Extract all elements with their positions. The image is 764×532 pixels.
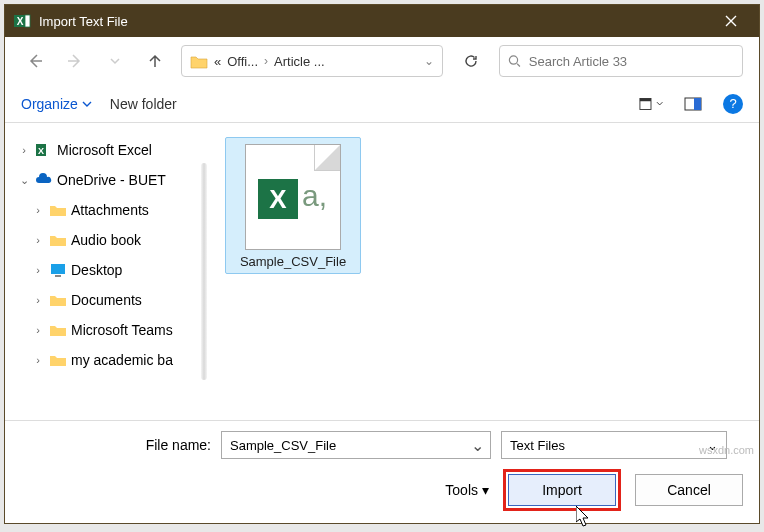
- recent-button[interactable]: [101, 47, 129, 75]
- search-box[interactable]: [499, 45, 743, 77]
- footer: File name: ⌄ Text Files ⌄ Tools ▾ Import…: [5, 420, 759, 523]
- organize-button[interactable]: Organize: [21, 96, 92, 112]
- chevron-down-icon: [109, 55, 121, 67]
- excel-icon: X: [35, 141, 53, 159]
- file-type-combo[interactable]: Text Files ⌄: [501, 431, 727, 459]
- tree-item-academic[interactable]: › my academic ba: [13, 345, 192, 375]
- page-fold-icon: [314, 145, 340, 171]
- nav-row: « Offi... › Article ... ⌄: [5, 37, 759, 85]
- chevron-down-icon: ⌄: [17, 174, 31, 187]
- view-icon: [639, 97, 656, 111]
- tree-item-documents[interactable]: › Documents: [13, 285, 192, 315]
- chevron-right-icon: ›: [31, 234, 45, 246]
- caret-down-icon: ▾: [482, 482, 489, 498]
- svg-text:X: X: [38, 146, 44, 156]
- preview-pane-icon: [684, 97, 702, 111]
- tree-item-audio[interactable]: › Audio book: [13, 225, 192, 255]
- arrow-up-icon: [147, 53, 163, 69]
- window-title: Import Text File: [39, 14, 711, 29]
- folder-icon: [49, 321, 67, 339]
- file-name-input[interactable]: [222, 438, 464, 453]
- tree-item-desktop[interactable]: › Desktop: [13, 255, 192, 285]
- svg-rect-10: [51, 264, 65, 274]
- chevron-down-icon: [82, 99, 92, 109]
- chevron-right-icon: ›: [264, 54, 268, 68]
- search-input[interactable]: [527, 53, 734, 70]
- onedrive-icon: [35, 171, 53, 189]
- file-item-selected[interactable]: X a, Sample_CSV_File: [225, 137, 361, 274]
- new-folder-button[interactable]: New folder: [110, 96, 177, 112]
- tree-label: my academic ba: [71, 352, 173, 368]
- tree-label: Desktop: [71, 262, 122, 278]
- chevron-right-icon: ›: [31, 324, 45, 336]
- import-text-file-dialog: X Import Text File « Offi... › Article .…: [4, 4, 760, 524]
- back-button[interactable]: [21, 47, 49, 75]
- chevron-down-icon: [656, 100, 663, 108]
- crumb-prefix: «: [214, 54, 221, 69]
- chevron-right-icon: ›: [17, 144, 31, 156]
- csv-glyph-icon: a,: [302, 179, 327, 213]
- folder-icon: [190, 52, 208, 70]
- chevron-down-icon[interactable]: ⌄: [424, 54, 434, 68]
- toolbar: Organize New folder ?: [5, 85, 759, 123]
- tree-label: Documents: [71, 292, 142, 308]
- chevron-right-icon: ›: [31, 264, 45, 276]
- tree-label: OneDrive - BUET: [57, 172, 166, 188]
- highlight-box: Import: [503, 469, 621, 511]
- cancel-button[interactable]: Cancel: [635, 474, 743, 506]
- tree-label: Audio book: [71, 232, 141, 248]
- nav-tree: › X Microsoft Excel ⌄ OneDrive - BUET › …: [5, 123, 201, 420]
- chevron-right-icon: ›: [31, 204, 45, 216]
- file-name-label: Sample_CSV_File: [230, 254, 356, 269]
- close-button[interactable]: [711, 7, 751, 35]
- file-thumbnail: X a,: [245, 144, 341, 250]
- watermark: wsxdn.com: [699, 444, 754, 456]
- refresh-button[interactable]: [455, 45, 487, 77]
- excel-glyph-icon: X: [258, 179, 298, 219]
- svg-rect-7: [694, 98, 701, 110]
- up-button[interactable]: [141, 47, 169, 75]
- desktop-icon: [49, 261, 67, 279]
- file-pane[interactable]: X a, Sample_CSV_File: [207, 123, 759, 420]
- forward-button[interactable]: [61, 47, 89, 75]
- tree-item-msteams[interactable]: › Microsoft Teams: [13, 315, 192, 345]
- import-button[interactable]: Import: [508, 474, 616, 506]
- tree-item-attachments[interactable]: › Attachments: [13, 195, 192, 225]
- help-button[interactable]: ?: [723, 94, 743, 114]
- tree-label: Attachments: [71, 202, 149, 218]
- excel-app-icon: X: [13, 12, 31, 30]
- tools-button[interactable]: Tools ▾: [445, 482, 489, 498]
- crumb-segment-2[interactable]: Article ...: [274, 54, 325, 69]
- svg-rect-11: [55, 275, 61, 277]
- tree-label: Microsoft Excel: [57, 142, 152, 158]
- view-mode-button[interactable]: [639, 92, 663, 116]
- dialog-body: › X Microsoft Excel ⌄ OneDrive - BUET › …: [5, 123, 759, 420]
- chevron-down-icon[interactable]: ⌄: [464, 436, 490, 455]
- chevron-right-icon: ›: [31, 294, 45, 306]
- refresh-icon: [463, 53, 479, 69]
- arrow-left-icon: [27, 53, 43, 69]
- breadcrumb-bar[interactable]: « Offi... › Article ... ⌄: [181, 45, 443, 77]
- file-name-combo[interactable]: ⌄: [221, 431, 491, 459]
- svg-text:X: X: [17, 16, 24, 27]
- folder-icon: [49, 291, 67, 309]
- crumb-segment-1[interactable]: Offi...: [227, 54, 258, 69]
- title-bar: X Import Text File: [5, 5, 759, 37]
- folder-icon: [49, 231, 67, 249]
- tree-item-excel[interactable]: › X Microsoft Excel: [13, 135, 192, 165]
- search-icon: [508, 54, 521, 68]
- file-name-label: File name:: [21, 437, 211, 453]
- chevron-right-icon: ›: [31, 354, 45, 366]
- help-icon: ?: [729, 96, 736, 111]
- file-type-label: Text Files: [510, 438, 707, 453]
- folder-icon: [49, 351, 67, 369]
- arrow-right-icon: [67, 53, 83, 69]
- preview-pane-button[interactable]: [681, 92, 705, 116]
- svg-rect-5: [640, 98, 651, 101]
- svg-point-3: [509, 56, 517, 64]
- tree-label: Microsoft Teams: [71, 322, 173, 338]
- close-icon: [725, 15, 737, 27]
- folder-icon: [49, 201, 67, 219]
- svg-rect-2: [25, 15, 30, 27]
- tree-item-onedrive[interactable]: ⌄ OneDrive - BUET: [13, 165, 192, 195]
